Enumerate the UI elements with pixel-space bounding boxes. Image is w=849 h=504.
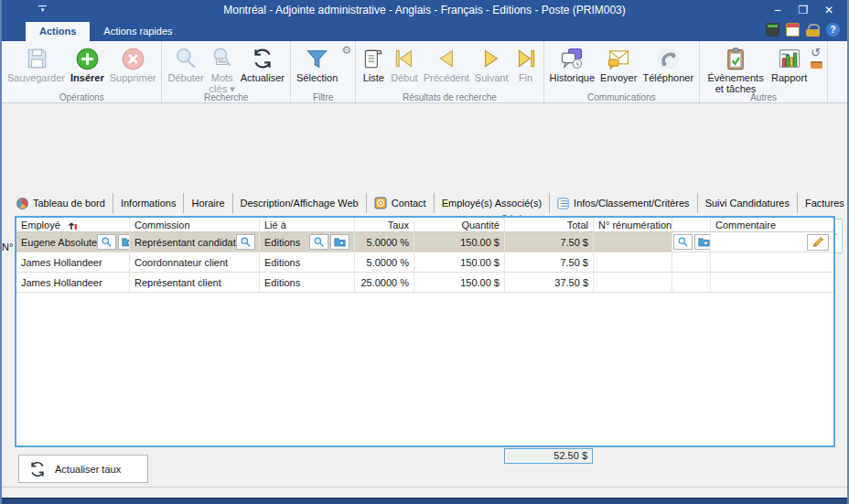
- svg-text:Abc: Abc: [218, 59, 227, 64]
- plus-circle-icon: [75, 45, 100, 72]
- lock-icon[interactable]: [806, 23, 820, 37]
- tab-infos-classement-criteres[interactable]: Infos/Classement/Critères: [550, 193, 698, 213]
- cell-lookup-buttons[interactable]: [672, 252, 711, 273]
- cell-employe[interactable]: James Hollandeer: [16, 273, 130, 293]
- save-button[interactable]: Sauvegarder: [5, 44, 68, 84]
- liste-button[interactable]: Liste: [359, 44, 388, 84]
- cell-commentaire[interactable]: [711, 232, 833, 252]
- tab-factures[interactable]: Factures: [798, 193, 849, 213]
- refresh-icon: [251, 45, 274, 72]
- tab-suivi-candidatures[interactable]: Suivi Candidatures: [698, 193, 798, 213]
- cell-quantite[interactable]: 150.00 $: [414, 232, 505, 252]
- cell-lie-a[interactable]: Editions: [260, 273, 355, 293]
- group-label-operations: Opérations: [2, 92, 161, 102]
- help-icon[interactable]: ?: [826, 23, 840, 37]
- tab-tableau-de-bord[interactable]: Tableau de bord: [9, 193, 113, 213]
- renumeration-folder-button[interactable]: [694, 234, 711, 250]
- cell-no-renumeration[interactable]: [594, 273, 672, 293]
- cell-commission[interactable]: Représentant client: [130, 273, 260, 293]
- column-header-lie-a[interactable]: Lié à: [260, 218, 355, 232]
- cell-employe[interactable]: James Hollandeer: [16, 252, 130, 273]
- quick-access-toolbar-icon[interactable]: ▾: [38, 5, 47, 15]
- scroll-list-icon: [361, 45, 385, 72]
- cell-commentaire[interactable]: [711, 252, 833, 273]
- selection-button[interactable]: Sélection: [294, 44, 340, 84]
- cell-taux[interactable]: 5.0000 %: [355, 252, 414, 273]
- contact-book-icon: [374, 197, 387, 209]
- column-header-total[interactable]: Total: [505, 218, 594, 232]
- column-header-commentaire[interactable]: Commentaire: [711, 218, 833, 232]
- cell-quantite[interactable]: 150.00 $: [414, 252, 505, 273]
- lie-a-search-button[interactable]: [309, 234, 328, 250]
- actualiser-button[interactable]: Actualiser: [238, 44, 287, 84]
- calculator-icon[interactable]: [766, 23, 779, 37]
- cell-lie-a[interactable]: Editions: [260, 252, 355, 273]
- ribbon-tab-actions[interactable]: Actions: [26, 22, 90, 41]
- edit-comment-button[interactable]: [807, 234, 829, 251]
- rapport-button[interactable]: Rapport: [768, 44, 810, 84]
- delete-button[interactable]: Supprimer: [107, 44, 159, 84]
- clipboard-check-icon: [723, 45, 748, 72]
- cell-total[interactable]: 37.50 $: [505, 273, 594, 293]
- tab-description-affichage-web[interactable]: Description/Affichage Web: [233, 193, 367, 213]
- table-row[interactable]: James Hollandeer Coordonnateur client Ed…: [16, 252, 833, 273]
- cell-total[interactable]: 7.50 $: [505, 232, 594, 252]
- column-header-employe[interactable]: Employé: [16, 218, 130, 232]
- column-header-commission[interactable]: Commission: [130, 218, 260, 232]
- x-circle-icon: [121, 45, 145, 72]
- insert-button[interactable]: Insérer: [68, 44, 107, 84]
- cell-lie-a[interactable]: Editions: [260, 232, 355, 252]
- table-row[interactable]: Eugene Absolute Représentant candidat Ed…: [16, 232, 833, 252]
- fin-button[interactable]: Fin: [511, 44, 541, 84]
- tab-horaire[interactable]: Horaire: [184, 193, 232, 213]
- column-header-quantite[interactable]: Quantité: [414, 218, 505, 232]
- cell-commission[interactable]: Représentant candidat: [130, 232, 260, 252]
- debuter-button[interactable]: Débuter: [165, 44, 206, 84]
- column-header-taux[interactable]: Taux: [355, 218, 414, 232]
- maximize-button[interactable]: ❐: [790, 0, 816, 20]
- ribbon-tab-actions-rapides[interactable]: Actions rapides: [90, 22, 186, 41]
- cell-no-renumeration[interactable]: [594, 252, 672, 273]
- ribbon-group-operations: Sauvegarder Insérer Supprimer Opérations: [2, 41, 162, 102]
- ribbon-group-resultats: Liste Début Précédent Suivant: [356, 41, 543, 102]
- telephoner-button[interactable]: Téléphoner: [639, 44, 696, 84]
- cell-lookup-buttons[interactable]: [672, 273, 711, 293]
- tab-contact[interactable]: Contact: [367, 193, 435, 213]
- tab-informations[interactable]: Informations: [113, 193, 185, 213]
- cell-commentaire[interactable]: [711, 273, 833, 293]
- calendar-icon[interactable]: [786, 23, 800, 37]
- cell-total[interactable]: 7.50 $: [505, 252, 594, 273]
- lie-a-folder-button[interactable]: [330, 234, 349, 250]
- commission-search-button[interactable]: [236, 234, 255, 250]
- history-clock-icon[interactable]: ↺: [811, 47, 822, 59]
- employe-folder-button[interactable]: [118, 234, 130, 250]
- archive-basket-icon[interactable]: [811, 61, 822, 69]
- evenements-taches-button[interactable]: Évènements et tâches: [703, 44, 768, 95]
- sort-ascending-icon: [68, 220, 78, 231]
- historique-button[interactable]: Historique: [547, 44, 598, 84]
- cell-taux[interactable]: 5.0000 %: [355, 232, 414, 252]
- previous-arrow-icon: [435, 45, 458, 72]
- cell-employe[interactable]: Eugene Absolute: [16, 232, 130, 252]
- column-header-blank[interactable]: [672, 218, 711, 232]
- cell-quantite[interactable]: 150.00 $: [414, 273, 505, 293]
- column-header-no-renumeration[interactable]: N° rénumération: [594, 218, 672, 232]
- envoyer-button[interactable]: Envoyer: [597, 44, 639, 84]
- cell-no-renumeration[interactable]: [594, 232, 672, 252]
- renumeration-search-button[interactable]: [673, 234, 693, 250]
- folder-search-icon: [122, 237, 130, 247]
- tab-employes-associes[interactable]: Employé(s) Associé(s): [435, 193, 550, 213]
- cell-taux[interactable]: 25.0000 %: [355, 273, 414, 293]
- employe-search-button[interactable]: [97, 234, 116, 250]
- table-row[interactable]: James Hollandeer Représentant client Edi…: [16, 273, 833, 293]
- close-button[interactable]: ✕: [816, 0, 842, 20]
- actualiser-taux-button[interactable]: Actualiser taux: [18, 455, 148, 483]
- debut-button[interactable]: Début: [388, 44, 420, 84]
- suivant-button[interactable]: Suivant: [472, 44, 511, 84]
- total-sum-field: 52.50 $: [504, 448, 593, 464]
- mots-cles-button[interactable]: Abc Mots clés ▾: [207, 44, 238, 95]
- minimize-button[interactable]: –: [765, 0, 790, 20]
- cell-commission[interactable]: Coordonnateur client: [130, 252, 260, 273]
- precedent-button[interactable]: Précédent: [421, 44, 472, 84]
- filter-settings-gear-icon[interactable]: ⚙: [342, 45, 352, 56]
